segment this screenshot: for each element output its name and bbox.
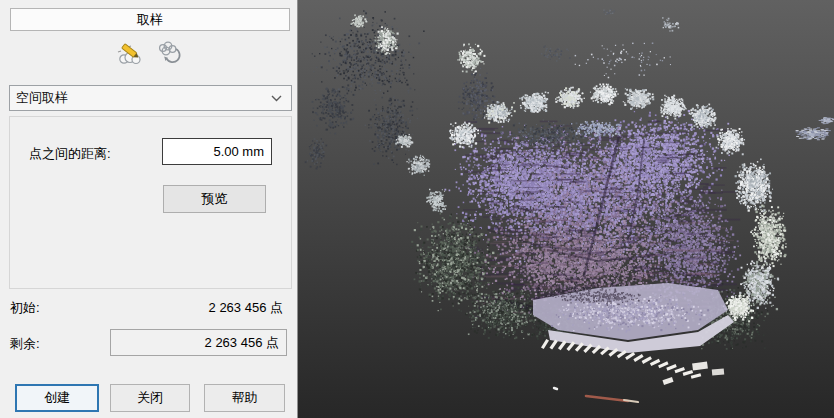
remaining-value: 2 263 456 点 xyxy=(205,334,279,352)
preview-button[interactable]: 预览 xyxy=(163,185,266,213)
create-button[interactable]: 创建 xyxy=(15,384,99,412)
remaining-value-field: 2 263 456 点 xyxy=(110,329,287,356)
initial-label: 初始: xyxy=(10,299,40,317)
initial-stat-row: 初始: 2 263 456 点 xyxy=(0,297,298,317)
remaining-stat-row: 剩余: 2 263 456 点 xyxy=(0,329,298,357)
dialog-title-text: 取样 xyxy=(137,11,163,29)
spatial-sampling-group: 点之间的距离: 预览 xyxy=(9,116,292,289)
remaining-label: 剩余: xyxy=(10,335,40,353)
dialog-title: 取样 xyxy=(10,8,290,31)
resample-cloud-icon[interactable] xyxy=(153,39,183,67)
sample-pen-icon[interactable] xyxy=(115,39,145,67)
sampling-method-dropdown[interactable]: 空间取样 xyxy=(9,85,292,111)
pointcloud-viewport[interactable] xyxy=(298,0,834,418)
help-button[interactable]: 帮助 xyxy=(204,384,285,412)
dialog-actions: 创建 关闭 帮助 xyxy=(0,384,298,414)
pointcloud-canvas[interactable] xyxy=(298,0,834,418)
sampling-dialog: 取样 空 xyxy=(0,0,298,418)
distance-label: 点之间的距离: xyxy=(29,145,111,163)
distance-input[interactable] xyxy=(162,138,272,165)
close-button[interactable]: 关闭 xyxy=(110,384,190,412)
initial-value: 2 263 456 点 xyxy=(209,299,283,317)
sampling-method-value: 空间取样 xyxy=(10,89,271,107)
sampling-toolbar xyxy=(0,38,298,68)
chevron-down-icon xyxy=(271,95,291,102)
